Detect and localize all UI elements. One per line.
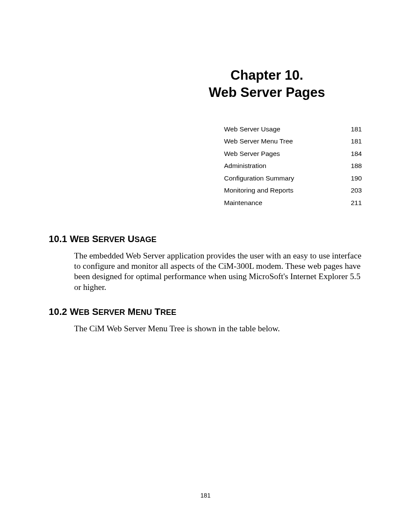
toc-row: Administration 188 [224,162,362,170]
toc-row: Web Server Pages 184 [224,150,362,158]
heading-word-rest: EB [79,235,90,244]
section-body-10-1: The embedded Web Server application prov… [74,251,362,293]
toc-page: 188 [351,162,362,170]
page-number: 181 [0,492,411,499]
toc-page: 211 [351,199,362,207]
toc-page: 190 [351,174,362,182]
toc-label: Web Server Menu Tree [224,137,293,145]
toc-label: Web Server Pages [224,150,280,158]
heading-word-initial: U [128,233,134,244]
toc-row: Maintenance 211 [224,199,362,207]
toc-page: 184 [351,150,362,158]
heading-word-rest: ERVER [99,235,125,244]
toc-row: Configuration Summary 190 [224,174,362,182]
section-number: 10.2 [49,306,70,317]
chapter-toc: Web Server Usage 181 Web Server Menu Tre… [224,125,362,207]
heading-word-rest: EB [79,308,90,317]
heading-word-rest: REE [160,308,176,317]
chapter-title-line2: Web Server Pages [172,84,361,101]
toc-row: Web Server Menu Tree 181 [224,137,362,145]
chapter-title-line1: Chapter 10. [172,67,361,84]
toc-page: 181 [351,125,362,133]
toc-label: Administration [224,162,266,170]
heading-word-initial: W [70,233,79,244]
chapter-title: Chapter 10. Web Server Pages [172,67,361,102]
toc-page: 203 [351,187,362,194]
toc-row: Monitoring and Reports 203 [224,187,362,194]
toc-label: Monitoring and Reports [224,187,293,194]
toc-label: Web Server Usage [224,125,280,133]
heading-word-initial: S [92,233,99,244]
section-number: 10.1 [49,233,70,244]
heading-word-rest: SAGE [134,235,156,244]
toc-label: Maintenance [224,199,262,207]
heading-word-initial: M [128,306,135,317]
heading-word-initial: W [70,306,79,317]
heading-word-rest: ENU [136,308,152,317]
toc-row: Web Server Usage 181 [224,125,362,133]
heading-word-rest: ERVER [99,308,125,317]
toc-page: 181 [351,137,362,145]
section-body-10-2: The CiM Web Server Menu Tree is shown in… [74,324,362,334]
heading-word-initial: T [155,306,160,317]
toc-label: Configuration Summary [224,174,294,182]
section-heading-10-2: 10.2 WEB SERVER MENU TREE [49,306,362,317]
section-heading-10-1: 10.1 WEB SERVER USAGE [49,233,362,245]
heading-word-initial: S [92,306,99,317]
